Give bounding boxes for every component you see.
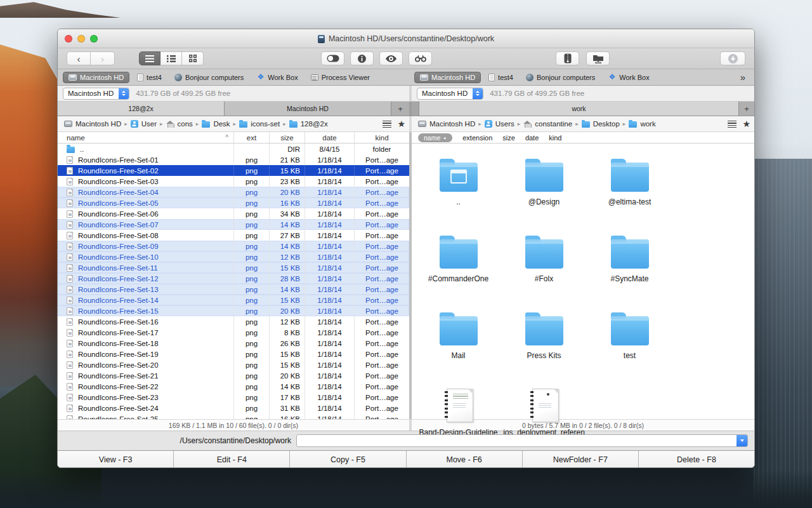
pane-tab-macintosh-hd[interactable]: Macintosh HD: [225, 102, 391, 116]
edit-fkey-button[interactable]: Edit - F4: [173, 451, 289, 468]
search-button[interactable]: [409, 51, 432, 65]
favorites-item-bonjour-computers[interactable]: Bonjour computers: [521, 72, 600, 83]
history-menu-icon[interactable]: [728, 121, 737, 128]
column-header-kind[interactable]: kind: [355, 132, 409, 143]
grid-item--syncmate[interactable]: #SyncMate: [587, 229, 672, 306]
back-button[interactable]: ‹: [67, 51, 91, 65]
preview-button[interactable]: [379, 51, 403, 65]
table-row[interactable]: RoundIcons-Free-Set-18png26 KB1/18/14Por…: [58, 338, 409, 349]
grid-item--commanderone[interactable]: #CommanderOne: [416, 229, 501, 306]
favorite-star-icon[interactable]: ★: [742, 119, 750, 128]
table-row[interactable]: RoundIcons-Free-Set-06png34 KB1/18/14Por…: [58, 208, 409, 219]
titlebar[interactable]: Macintosh HD/Users/constantine/Desktop/w…: [58, 29, 754, 48]
table-row[interactable]: RoundIcons-Free-Set-22png14 KB1/18/14Por…: [58, 381, 409, 392]
pane-tab-work[interactable]: work: [419, 102, 739, 116]
table-row[interactable]: RoundIcons-Free-Set-12png28 KB1/18/14Por…: [58, 273, 409, 284]
pane-tab-128@2x[interactable]: 128@2x: [58, 102, 225, 116]
table-row[interactable]: RoundIcons-Free-Set-24png31 KB1/18/14Por…: [58, 403, 409, 413]
table-row[interactable]: RoundIcons-Free-Set-19png15 KB1/18/14Por…: [58, 349, 409, 359]
table-row[interactable]: ..DIR8/4/15folder: [58, 144, 409, 154]
column-header-extension[interactable]: extension: [462, 134, 492, 142]
favorites-item-process-viewer[interactable]: Process Viewer: [306, 72, 375, 83]
column-header-size[interactable]: size: [270, 132, 305, 143]
table-row[interactable]: RoundIcons-Free-Set-17png8 KB1/18/14Port…: [58, 327, 409, 338]
command-history-dropdown[interactable]: [737, 435, 747, 446]
column-header-date[interactable]: date: [305, 132, 355, 143]
add-tab-button[interactable]: +: [391, 102, 409, 116]
grid-item-press-kits[interactable]: Press Kits: [501, 306, 587, 383]
grid-item--folx[interactable]: #Folx: [501, 229, 587, 306]
grid-item-test[interactable]: test: [587, 306, 672, 383]
column-header-name[interactable]: name▲: [418, 133, 452, 142]
table-row[interactable]: RoundIcons-Free-Set-13png14 KB1/18/14Por…: [58, 284, 409, 295]
view-fkey-button[interactable]: View - F3: [58, 451, 173, 468]
network-button[interactable]: [586, 51, 610, 65]
table-row[interactable]: RoundIcons-Free-Set-16png12 KB1/18/14Por…: [58, 316, 409, 327]
info-button[interactable]: [350, 51, 374, 65]
favorites-item-test4[interactable]: test4: [483, 72, 518, 83]
list-view-button[interactable]: [139, 51, 160, 65]
favorites-item-test4[interactable]: test4: [132, 72, 167, 83]
newfolder-fkey-button[interactable]: NewFolder - F7: [522, 451, 638, 468]
column-header-name[interactable]: name^: [58, 132, 234, 143]
column-header-kind[interactable]: kind: [549, 134, 561, 142]
download-button[interactable]: [720, 51, 745, 65]
table-row[interactable]: RoundIcons-Free-Set-07png14 KB1/18/14Por…: [58, 219, 409, 230]
table-row[interactable]: RoundIcons-Free-Set-11png15 KB1/18/14Por…: [58, 262, 409, 273]
archive-button[interactable]: [556, 51, 579, 65]
table-row[interactable]: RoundIcons-Free-Set-23png17 KB1/18/14Por…: [58, 392, 409, 403]
left-drive-select[interactable]: Macintosh HD: [63, 88, 129, 100]
table-row[interactable]: RoundIcons-Free-Set-01png21 KB1/18/14Por…: [58, 154, 409, 165]
table-row[interactable]: RoundIcons-Free-Set-02png15 KB1/18/14Por…: [58, 165, 409, 176]
breadcrumb-item-macintosh-hd[interactable]: Macintosh HD: [64, 120, 121, 128]
breadcrumb-item-128@2x[interactable]: 128@2x: [289, 120, 328, 128]
favorites-item-macintosh-hd[interactable]: Macintosh HD: [414, 72, 481, 83]
table-row[interactable]: RoundIcons-Free-Set-03png23 KB1/18/14Por…: [58, 176, 409, 187]
history-menu-icon[interactable]: [383, 121, 391, 128]
favorites-item-bonjour-computers[interactable]: Bonjour computers: [169, 72, 249, 83]
breadcrumb-item-constantine[interactable]: constantine: [523, 120, 572, 128]
grid-item--[interactable]: ..: [416, 152, 501, 229]
breadcrumb-item-macintosh-hd[interactable]: Macintosh HD: [418, 120, 475, 128]
breadcrumb-item-desktop[interactable]: Desktop: [582, 120, 620, 128]
breadcrumb-item-user[interactable]: User: [131, 120, 157, 128]
table-row[interactable]: RoundIcons-Free-Set-21png20 KB1/18/14Por…: [58, 370, 409, 381]
table-row[interactable]: RoundIcons-Free-Set-14png15 KB1/18/14Por…: [58, 295, 409, 305]
favorites-item-macintosh-hd[interactable]: Macintosh HD: [63, 72, 129, 83]
table-row[interactable]: RoundIcons-Free-Set-20png15 KB1/18/14Por…: [58, 359, 409, 370]
forward-button[interactable]: ›: [91, 51, 115, 65]
breadcrumb-item-work[interactable]: work: [629, 120, 655, 128]
detail-view-button[interactable]: [160, 51, 182, 65]
copy-fkey-button[interactable]: Copy - F5: [289, 451, 405, 468]
cell-date: 1/18/14: [305, 219, 355, 230]
breadcrumb-item-cons[interactable]: cons: [166, 120, 193, 128]
add-tab-button[interactable]: +: [739, 102, 754, 116]
grid-item-mail[interactable]: Mail: [416, 306, 501, 383]
table-row[interactable]: RoundIcons-Free-Set-09png14 KB1/18/14Por…: [58, 241, 409, 251]
table-row[interactable]: RoundIcons-Free-Set-15png20 KB1/18/14Por…: [58, 305, 409, 316]
breadcrumb-item-icons-set[interactable]: icons-set: [239, 120, 280, 128]
favorites-item-work-box[interactable]: ❖Work Box: [603, 72, 654, 83]
favorites-item-work-box[interactable]: ❖Work Box: [251, 72, 303, 83]
table-row[interactable]: RoundIcons-Free-Set-08png27 KB1/18/14Por…: [58, 230, 409, 241]
column-header-ext[interactable]: ext: [234, 132, 270, 143]
favorite-star-icon[interactable]: ★: [397, 119, 405, 128]
grid-item--eltima-test[interactable]: @eltima-test: [587, 152, 672, 229]
table-row[interactable]: RoundIcons-Free-Set-04png20 KB1/18/14Por…: [58, 187, 409, 197]
breadcrumb-item-desk[interactable]: Desk: [202, 120, 230, 128]
table-row[interactable]: RoundIcons-Free-Set-05png16 KB1/18/14Por…: [58, 197, 409, 208]
file-name: RoundIcons-Free-Set-17: [78, 329, 159, 337]
grid-view-button[interactable]: [182, 51, 204, 65]
column-header-date[interactable]: date: [525, 134, 539, 142]
delete-fkey-button[interactable]: Delete - F8: [638, 451, 754, 468]
grid-item--design[interactable]: @Design: [501, 152, 587, 229]
right-drive-select[interactable]: Macintosh HD: [417, 88, 483, 100]
dual-pane-toggle-button[interactable]: [321, 51, 344, 65]
table-row[interactable]: RoundIcons-Free-Set-25png16 KB1/18/14Por…: [58, 413, 409, 419]
column-header-size[interactable]: size: [502, 134, 515, 142]
move-fkey-button[interactable]: Move - F6: [406, 451, 522, 468]
table-row[interactable]: RoundIcons-Free-Set-10png12 KB1/18/14Por…: [58, 251, 409, 262]
breadcrumb-item-users[interactable]: Users: [485, 120, 514, 128]
favorites-overflow-button[interactable]: »: [740, 72, 745, 83]
command-input[interactable]: [296, 434, 748, 447]
